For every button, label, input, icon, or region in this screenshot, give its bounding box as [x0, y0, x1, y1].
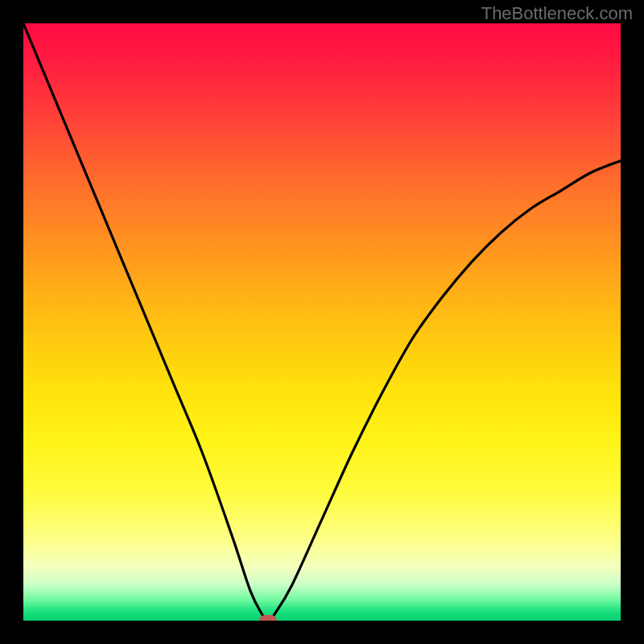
bottleneck-curve: [23, 23, 621, 621]
watermark-text: TheBottleneck.com: [481, 3, 633, 24]
chart-frame: TheBottleneck.com: [0, 0, 644, 644]
plot-area: [23, 23, 621, 621]
optimum-marker: [259, 615, 277, 621]
